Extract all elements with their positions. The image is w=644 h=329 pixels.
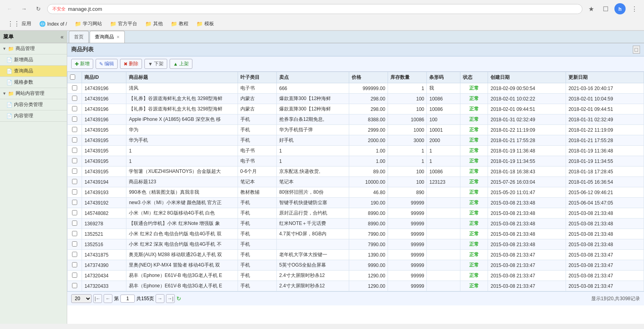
extension-button[interactable]: ☐ — [600, 3, 611, 14]
row-updated-12: 2015-03-08 21:33:48 — [566, 208, 644, 219]
delist-label: 下架 — [154, 60, 164, 67]
address-bar[interactable]: 不安全 manage.jt.com — [47, 4, 582, 14]
browser-toolbar: ← → ↻ 不安全 manage.jt.com ★ ☐ h ⋮ — [0, 0, 644, 18]
account-button[interactable]: h — [614, 3, 626, 14]
row-stock-4: 1000 — [388, 125, 427, 135]
header-barcode: 条形码 — [427, 72, 460, 83]
bookmark-globe-icon: 🌐 — [39, 21, 46, 27]
page-size-select[interactable]: 20 50 100 — [71, 294, 92, 303]
bookmark-other-label: 其他 — [153, 20, 163, 27]
row-title-11: new3 小米（MI）小米米键 颜色随机 官方正 — [126, 198, 238, 208]
tab-close-button[interactable]: ✕ — [116, 35, 120, 39]
menu-button[interactable]: ⋮ — [629, 3, 640, 14]
row-checkbox-6[interactable] — [68, 146, 82, 156]
row-created-0: 2018-02-09 00:50:54 — [488, 83, 566, 94]
row-created-4: 2018-01-22 11:19:09 — [488, 125, 566, 135]
tab-query-product[interactable]: 查询商品 ✕ — [90, 31, 125, 43]
row-updated-15: 2015-03-08 21:33:48 — [566, 239, 644, 250]
forward-button[interactable]: → — [18, 3, 30, 14]
last-page-button[interactable]: →| — [166, 294, 175, 303]
bookmark-indexof[interactable]: 🌐 Index of / — [36, 20, 70, 28]
row-status-8: 正常 — [460, 167, 488, 177]
row-updated-9: 2018-01-05 16:36:54 — [566, 177, 644, 187]
delist-button[interactable]: ▼ 下架 — [144, 59, 167, 69]
new-button[interactable]: ✚ 新增 — [71, 59, 93, 69]
row-title-7: 1 — [126, 156, 238, 167]
row-price-0: 999999.00 — [349, 83, 388, 94]
sidebar-item-add-product[interactable]: 📄 新增商品 — [0, 54, 67, 66]
row-barcode-18 — [427, 271, 460, 281]
row-created-17: 2015-03-08 21:33:47 — [488, 260, 566, 271]
row-checkbox-4[interactable] — [68, 125, 82, 135]
url-display: manage.jt.com — [68, 6, 577, 12]
star-button[interactable]: ★ — [586, 3, 597, 14]
row-barcode-12 — [427, 208, 460, 219]
row-checkbox-12[interactable] — [68, 208, 82, 219]
sidebar-item-content-mgmt[interactable]: 📄 内容管理 — [0, 110, 67, 122]
edit-button[interactable]: ✎ 编辑 — [96, 59, 118, 69]
page-number-input[interactable] — [120, 295, 135, 303]
row-checkbox-17[interactable] — [68, 260, 82, 271]
sidebar-item-query-product[interactable]: 📄 查询商品 — [0, 66, 67, 77]
sidebar-group-products[interactable]: ▼ 📁 商品管理 — [0, 43, 67, 54]
row-checkbox-10[interactable] — [68, 187, 82, 198]
row-feature-2: 爆款直降300【12种海鲜 — [276, 104, 349, 114]
row-created-8: 2018-01-18 16:38:43 — [488, 167, 566, 177]
bookmark-other[interactable]: 📁 其他 — [142, 20, 166, 28]
row-checkbox-0[interactable] — [68, 83, 82, 94]
row-checkbox-5[interactable] — [68, 135, 82, 146]
list-button[interactable]: ▲ 上架 — [170, 59, 192, 69]
row-feature-6: 1 — [276, 146, 349, 156]
panel-minimize-button[interactable]: □ — [633, 46, 640, 54]
sidebar-spec-params-label: 规格参数 — [14, 79, 33, 86]
row-checkbox-15[interactable] — [68, 239, 82, 250]
app-layout: 菜单 « ▼ 📁 商品管理 📄 新增商品 📄 查询商品 📄 规格参数 — [0, 31, 644, 324]
row-checkbox-11[interactable] — [68, 198, 82, 208]
row-created-12: 2015-03-08 21:33:48 — [488, 208, 566, 219]
row-checkbox-18[interactable] — [68, 271, 82, 281]
row-title-4: 华为 — [126, 125, 238, 135]
prev-page-button[interactable]: ← — [104, 294, 112, 303]
row-checkbox-7[interactable] — [68, 156, 82, 167]
delete-button[interactable]: ✖ 删除 — [120, 59, 142, 69]
row-checkbox-8[interactable] — [68, 167, 82, 177]
row-barcode-16 — [427, 250, 460, 260]
row-checkbox-13[interactable] — [68, 219, 82, 229]
row-checkbox-16[interactable] — [68, 250, 82, 260]
row-checkbox-1[interactable] — [68, 94, 82, 104]
bookmark-study[interactable]: 📁 学习网站 — [72, 20, 105, 28]
refresh-button[interactable]: ↻ — [176, 295, 181, 302]
sidebar-item-content-category[interactable]: 📄 内容分类管理 — [0, 99, 67, 110]
row-category-8: 0-6个月 — [238, 167, 276, 177]
sidebar-item-spec-params[interactable]: 📄 规格参数 — [0, 77, 67, 88]
back-button[interactable]: ← — [4, 3, 15, 14]
sidebar-add-product-label: 新增商品 — [14, 56, 33, 63]
row-stock-8: 100 — [388, 167, 427, 177]
bookmark-tutorial[interactable]: 📁 教程 — [168, 20, 192, 28]
sidebar-collapse-button[interactable]: « — [60, 34, 64, 40]
row-stock-16: 99999 — [388, 250, 427, 260]
row-title-14: 小米 红米2 白色 电信合约版 电信4G手机 双 — [126, 229, 238, 239]
bookmark-apps[interactable]: ⋮⋮ 应用 — [4, 19, 34, 28]
reload-button[interactable]: ↻ — [33, 3, 44, 14]
tab-home[interactable]: 首页 — [69, 31, 89, 43]
select-all-checkbox[interactable] — [70, 74, 75, 80]
row-category-15: 手机 — [238, 239, 276, 250]
next-page-button[interactable]: → — [156, 294, 164, 303]
first-page-button[interactable]: |← — [93, 294, 102, 303]
row-checkbox-2[interactable] — [68, 104, 82, 114]
row-title-1: 【礼券】谷源道海鲜礼盒大礼包 3298型海鲜 — [126, 94, 238, 104]
bookmark-official[interactable]: 📁 官方平台 — [107, 20, 140, 28]
row-created-11: 2015-03-08 21:33:48 — [488, 198, 566, 208]
row-checkbox-19[interactable] — [68, 281, 82, 291]
row-checkbox-3[interactable] — [68, 114, 82, 125]
row-checkbox-14[interactable] — [68, 229, 82, 239]
bookmark-study-label: 学习网站 — [83, 20, 102, 27]
bookmark-template[interactable]: 📁 模板 — [193, 20, 217, 28]
row-id-4: 147439195 — [82, 125, 126, 135]
row-category-6: 电子书 — [238, 146, 276, 156]
main-content: 首页 查询商品 ✕ 商品列表 □ ✚ 新增 ✎ 编辑 — [67, 31, 644, 324]
row-updated-18: 2015-03-08 21:33:47 — [566, 271, 644, 281]
row-checkbox-9[interactable] — [68, 177, 82, 187]
sidebar-group-content[interactable]: ▼ 📁 网站内容管理 — [0, 88, 67, 99]
